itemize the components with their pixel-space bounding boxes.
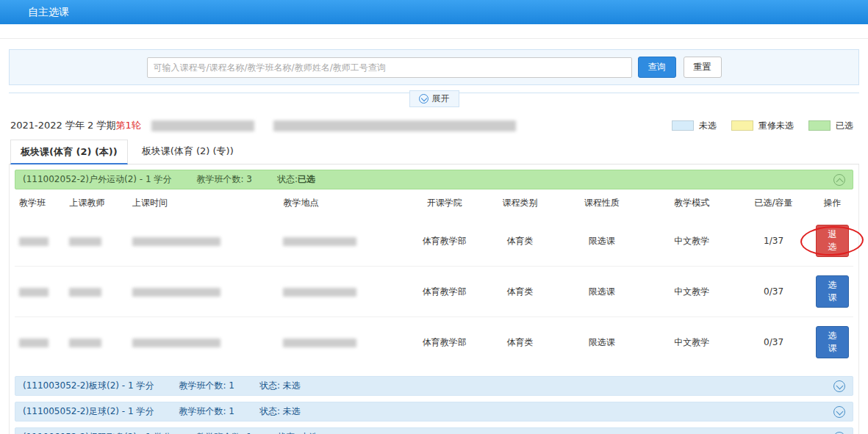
course-class-count: 教学班个数: 1 (179, 405, 234, 418)
table-row: 体育教学部 体育类 限选课 中文教学 0/37 选课 (15, 317, 853, 368)
redacted-block (69, 288, 101, 297)
course-title: (111005052-2)足球(2) - 1 学分 (23, 405, 154, 418)
chevron-up-icon[interactable] (833, 174, 845, 186)
col-category: 课程类别 (484, 189, 556, 216)
table-header-row: 教学班 上课教师 上课时间 教学地点 开课学院 课程类别 课程性质 教学模式 已… (15, 189, 853, 216)
cell-capacity: 0/37 (736, 317, 811, 368)
legend-label: 未选 (699, 120, 717, 132)
expand-toggle-label: 展开 (432, 93, 450, 105)
status-legend: 未选 重修未选 已选 (672, 120, 853, 132)
course-class-count: 教学班个数: 1 (196, 431, 252, 434)
redacted-block (19, 237, 49, 246)
redacted-block (283, 237, 356, 246)
cell-mode: 中文教学 (648, 216, 736, 267)
cell-nature: 限选课 (556, 317, 648, 368)
col-nature: 课程性质 (556, 189, 648, 216)
round-label: 第1轮 (116, 119, 141, 132)
legend-swatch-retake (731, 120, 753, 131)
cell-college: 体育教学部 (405, 267, 484, 317)
course-class-count: 教学班个数: 1 (179, 380, 234, 392)
divider-line (9, 93, 409, 93)
redacted-block (132, 339, 220, 347)
redacted-block (132, 237, 220, 246)
course-status: 状态: 未选 (277, 431, 318, 434)
course-group-tabs: 板块课(体育 (2) (本)) 板块课(体育 (2) (专)) (9, 140, 859, 164)
search-input[interactable] (147, 57, 632, 78)
legend-item-selected: 已选 (808, 120, 853, 132)
cell-capacity: 1/37 (736, 216, 811, 267)
cell-nature: 限选课 (556, 216, 648, 267)
course-title: (111003052-2)板球(2) - 1 学分 (23, 380, 154, 392)
course-header-outdoor[interactable]: (111002052-2)户外运动(2) - 1 学分 教学班个数: 3 状态:… (15, 170, 853, 189)
redacted-block (19, 339, 49, 347)
table-row: 体育教学部 体育类 限选课 中文教学 0/37 选课 (15, 267, 853, 317)
cell-nature: 限选课 (556, 267, 648, 317)
top-header: 自主选课 (0, 0, 868, 24)
course-panel: (111002052-2)户外运动(2) - 1 学分 教学班个数: 3 状态:… (9, 164, 859, 434)
redacted-block (19, 288, 49, 297)
course-header-frisbee[interactable]: (111006052-2)极限飞盘(2) - 1 学分 教学班个数: 1 状态:… (15, 427, 853, 434)
redacted-block (151, 120, 254, 131)
redacted-block (283, 288, 356, 297)
table-row: 体育教学部 体育类 限选课 中文教学 1/37 退选 (15, 216, 853, 267)
col-college: 开课学院 (405, 189, 484, 216)
chevron-down-icon[interactable] (833, 432, 845, 434)
cell-college: 体育教学部 (405, 216, 484, 267)
redacted-block (69, 339, 101, 347)
query-button[interactable]: 查询 (638, 57, 676, 78)
cell-mode: 中文教学 (648, 267, 736, 317)
search-panel: 查询 重置 (9, 49, 859, 85)
select-course-button[interactable]: 选课 (816, 326, 849, 358)
legend-item-unselected: 未选 (672, 120, 717, 132)
chevron-down-icon[interactable] (833, 380, 845, 392)
drop-course-button[interactable]: 退选 (816, 225, 849, 257)
col-teacher: 上课教师 (65, 189, 128, 216)
legend-swatch-unselected (672, 120, 694, 131)
legend-swatch-selected (808, 120, 831, 131)
legend-label: 已选 (836, 120, 853, 132)
course-status-value: 已选 (298, 173, 315, 186)
cell-category: 体育类 (484, 267, 556, 317)
course-title: (111002052-2)户外运动(2) - 1 学分 (23, 173, 171, 186)
col-class: 教学班 (15, 189, 65, 216)
legend-label: 重修未选 (758, 120, 794, 132)
cell-capacity: 0/37 (736, 267, 811, 317)
redacted-block (283, 339, 356, 347)
collapsed-course-list: (111003052-2)板球(2) - 1 学分 教学班个数: 1 状态: 未… (15, 376, 853, 434)
cell-college: 体育教学部 (405, 317, 484, 368)
term-row: 2021-2022 学年 2 学期第1轮 未选 重修未选 已选 (10, 119, 858, 132)
col-capacity: 已选/容量 (736, 189, 811, 216)
course-status-label: 状态: (277, 173, 298, 186)
course-class-count: 教学班个数: 3 (196, 173, 252, 186)
page-title: 自主选课 (28, 6, 69, 19)
expand-row: 展开 (9, 90, 859, 107)
course-title: (111006052-2)极限飞盘(2) - 1 学分 (23, 431, 171, 434)
col-action: 操作 (811, 189, 853, 216)
class-table: 教学班 上课教师 上课时间 教学地点 开课学院 课程类别 课程性质 教学模式 已… (15, 189, 853, 367)
cell-category: 体育类 (484, 216, 556, 267)
col-location: 教学地点 (279, 189, 404, 216)
course-header-football[interactable]: (111005052-2)足球(2) - 1 学分 教学班个数: 1 状态: 未… (15, 402, 853, 422)
header-divider (0, 24, 868, 39)
col-time: 上课时间 (128, 189, 279, 216)
reset-button[interactable]: 重置 (684, 57, 722, 78)
expand-toggle[interactable]: 展开 (409, 90, 459, 107)
redacted-block (69, 237, 101, 246)
page-content: 查询 重置 展开 2021-2022 学年 2 学期第1轮 未选 重修未选 (0, 49, 868, 434)
cell-category: 体育类 (484, 317, 556, 368)
cell-mode: 中文教学 (648, 317, 736, 368)
tab-sports-special[interactable]: 板块课(体育 (2) (专)) (132, 140, 243, 164)
redacted-block (273, 120, 516, 131)
chevron-down-icon[interactable] (833, 406, 845, 418)
divider-line (459, 93, 860, 93)
course-header-cricket[interactable]: (111003052-2)板球(2) - 1 学分 教学班个数: 1 状态: 未… (15, 376, 853, 396)
course-status: 状态: 未选 (259, 380, 301, 392)
select-course-button[interactable]: 选课 (816, 275, 849, 308)
tab-sports-general[interactable]: 板块课(体育 (2) (本)) (10, 140, 128, 164)
col-mode: 教学模式 (648, 189, 736, 216)
term-label: 2021-2022 学年 2 学期 (10, 119, 116, 132)
legend-item-retake: 重修未选 (731, 120, 794, 132)
redacted-block (132, 288, 220, 297)
course-status: 状态: 未选 (259, 405, 301, 418)
chevron-down-icon (419, 94, 428, 104)
